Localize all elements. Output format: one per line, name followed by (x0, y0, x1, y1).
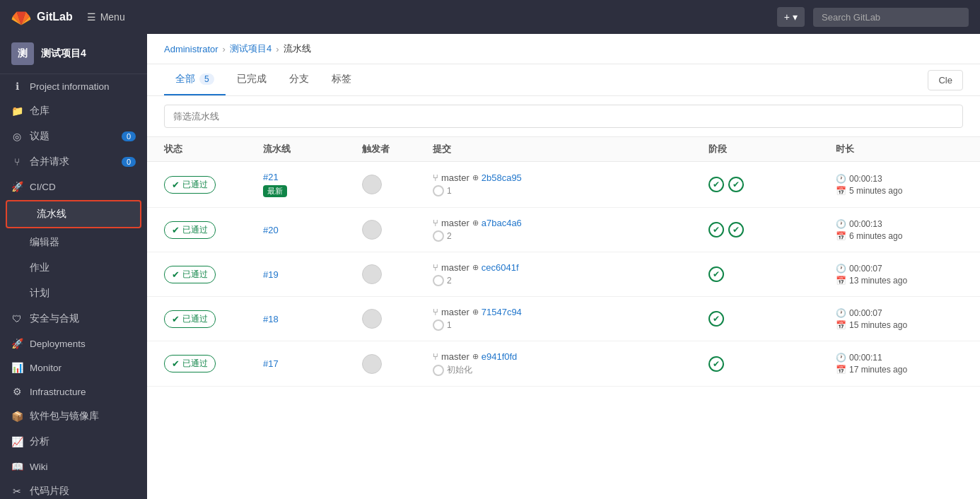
project-name: 测试项目4 (41, 47, 86, 60)
avatar: 测 (11, 42, 34, 65)
menu-button[interactable]: ☰ Menu (81, 8, 131, 25)
stage-check-icon: ✔ (708, 356, 724, 372)
filter-bar (147, 96, 980, 137)
duration-value: 00:00:13 (849, 174, 882, 184)
sidebar-item-monitor[interactable]: 📊 Monitor (0, 356, 147, 380)
breadcrumb-sep-2: › (276, 44, 279, 54)
snippets-icon: ✂ (11, 486, 23, 497)
duration-cell: 🕐 00:00:13 📅 6 minutes ago (836, 219, 963, 241)
breadcrumb-admin[interactable]: Administrator (164, 44, 218, 54)
sidebar-item-label: Deployments (30, 339, 86, 349)
deployments-icon: 🚀 (11, 338, 23, 349)
sidebar-item-jobs[interactable]: 作业 (0, 255, 147, 281)
commit-circle-icon (433, 319, 444, 331)
wiki-icon: 📖 (11, 461, 23, 472)
breadcrumb-project[interactable]: 测试项目4 (230, 42, 272, 55)
check-circle-icon: ✔ (172, 225, 180, 235)
pipeline-link[interactable]: #19 (263, 269, 362, 280)
sidebar-item-security[interactable]: 🛡 安全与合规 (0, 306, 147, 331)
sidebar-item-project-information[interactable]: ℹ Project information (0, 74, 147, 98)
sidebar-item-issues[interactable]: ◎ 议题 0 (0, 124, 147, 149)
commit-num: 1 (433, 319, 708, 331)
commit-branch: ⑂ master ⊕ cec6041f (433, 262, 708, 273)
table-row: ✔ 已通过 #19 ⑂ master ⊕ cec6041f 2 (147, 252, 980, 297)
duration-value: 00:00:13 (849, 219, 882, 229)
avatar (362, 220, 382, 240)
pipeline-link[interactable]: #17 (263, 358, 362, 369)
status-cell: ✔ 已通过 (164, 221, 263, 239)
sidebar-item-snippets[interactable]: ✂ 代码片段 (0, 479, 147, 499)
commit-hash-link[interactable]: e941f0fd (482, 351, 518, 362)
status-cell: ✔ 已通过 (164, 310, 263, 328)
pipeline-link[interactable]: #21 (263, 172, 362, 182)
sidebar-item-merge-requests[interactable]: ⑂ 合并请求 0 (0, 149, 147, 175)
global-search-input[interactable] (813, 8, 969, 27)
pipeline-link[interactable]: #18 (263, 314, 362, 324)
sidebar-item-editor[interactable]: 编辑器 (0, 230, 147, 255)
avatar (362, 354, 382, 374)
sidebar-item-pipelines[interactable]: 流水线 (6, 200, 141, 228)
clock-icon: 🕐 (836, 174, 846, 184)
sidebar-item-schedules[interactable]: 计划 (0, 281, 147, 306)
stage-check-icon: ✔ (708, 222, 724, 237)
commit-hash-link[interactable]: a7bac4a6 (482, 218, 522, 228)
pipeline-cell: #20 (263, 225, 362, 235)
sidebar-item-cicd[interactable]: 🚀 CI/CD (0, 175, 147, 199)
tab-finished-label: 已完成 (237, 73, 267, 86)
stages-cell: ✔ ✔ (708, 177, 836, 192)
check-circle-icon: ✔ (172, 314, 180, 324)
time-ago: 17 minutes ago (849, 365, 907, 375)
check-circle-icon: ✔ (172, 358, 180, 369)
tab-branches-label: 分支 (289, 73, 309, 86)
gitlab-logo[interactable]: GitLab (11, 7, 73, 27)
sidebar-item-repository[interactable]: 📁 仓库 (0, 98, 147, 124)
avatar (362, 264, 382, 284)
trigger-cell (362, 220, 433, 240)
branch-icon: ⑂ (433, 172, 438, 183)
commit-branch: ⑂ master ⊕ 71547c94 (433, 307, 708, 317)
sidebar-item-wiki[interactable]: 📖 Wiki (0, 454, 147, 479)
sidebar-item-label: 分析 (30, 435, 49, 448)
branch-name: master (441, 307, 469, 317)
commit-circle-icon (433, 230, 444, 242)
calendar-icon: 📅 (836, 365, 846, 375)
issues-badge: 0 (122, 131, 136, 141)
issues-icon: ◎ (11, 131, 23, 142)
tab-branches[interactable]: 分支 (278, 64, 320, 95)
new-item-button[interactable]: + ▾ (777, 7, 805, 27)
filter-input[interactable] (164, 105, 963, 128)
sidebar-item-packages[interactable]: 📦 软件包与镜像库 (0, 404, 147, 429)
tab-all[interactable]: 全部 5 (164, 64, 226, 95)
commit-hash-link[interactable]: 2b58ca95 (482, 172, 522, 183)
breadcrumb-sep-1: › (223, 44, 226, 54)
calendar-icon: 📅 (836, 231, 846, 241)
sidebar-item-analytics[interactable]: 📈 分析 (0, 429, 147, 454)
sidebar-item-label: Project information (30, 81, 110, 92)
commit-circle-icon (433, 275, 444, 286)
status-badge: ✔ 已通过 (164, 266, 216, 283)
tab-tags-label: 标签 (332, 73, 351, 86)
commit-hash-link[interactable]: 71547c94 (482, 307, 522, 317)
pipeline-link[interactable]: #20 (263, 225, 362, 235)
trigger-cell (362, 175, 433, 194)
monitor-icon: 📊 (11, 362, 23, 373)
avatar (362, 175, 382, 194)
sidebar-item-label: 流水线 (37, 208, 66, 221)
sidebar-item-label: 安全与合规 (30, 312, 79, 325)
tab-finished[interactable]: 已完成 (226, 64, 278, 95)
clear-button[interactable]: Cle (928, 70, 963, 90)
col-pipeline: 流水线 (263, 143, 362, 155)
project-header[interactable]: 测 测试项目4 (0, 34, 147, 74)
commit-cell: ⑂ master ⊕ 71547c94 1 (433, 307, 708, 331)
sidebar-item-deployments[interactable]: 🚀 Deployments (0, 331, 147, 356)
calendar-icon: 📅 (836, 320, 846, 330)
commit-cell: ⑂ master ⊕ 2b58ca95 1 (433, 172, 708, 196)
sidebar-item-label: 代码片段 (30, 485, 69, 498)
infrastructure-icon: ⚙ (11, 386, 23, 397)
tab-tags[interactable]: 标签 (320, 64, 363, 95)
sidebar-item-label: Monitor (30, 363, 62, 373)
commit-cell: ⑂ master ⊕ cec6041f 2 (433, 262, 708, 286)
sidebar-item-infrastructure[interactable]: ⚙ Infrastructure (0, 380, 147, 404)
commit-num: 初始化 (433, 364, 708, 376)
commit-hash-link[interactable]: cec6041f (482, 262, 519, 273)
